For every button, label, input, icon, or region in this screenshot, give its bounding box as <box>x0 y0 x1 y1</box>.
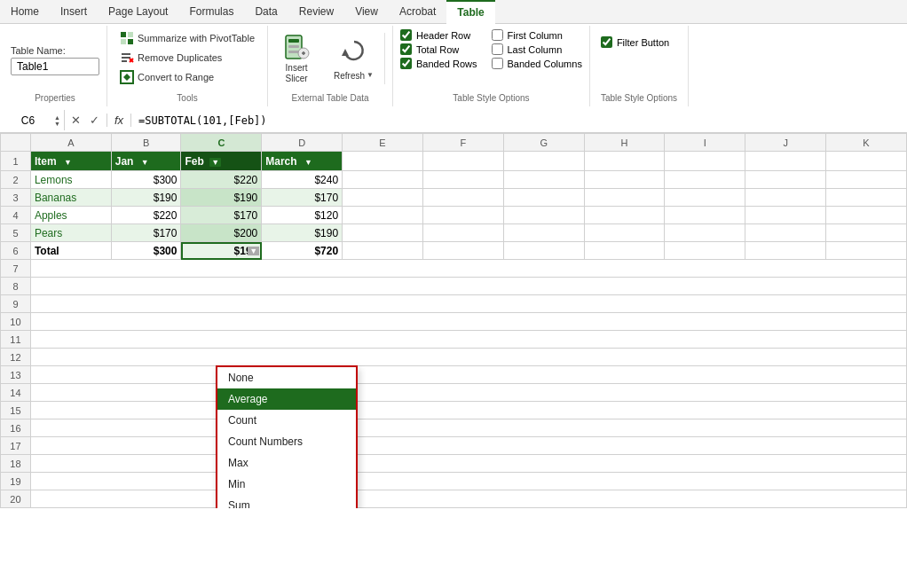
menu-item-count-numbers[interactable]: Count Numbers <box>217 431 356 452</box>
cell-d1[interactable]: March ▼ <box>262 152 343 171</box>
cell-i6[interactable] <box>665 242 745 260</box>
menu-item-sum[interactable]: Sum <box>217 495 356 508</box>
cell-f2[interactable] <box>422 171 503 189</box>
col-header-e[interactable]: E <box>343 134 423 152</box>
tab-acrobat[interactable]: Acrobat <box>389 0 446 23</box>
col-header-b[interactable]: B <box>111 134 181 152</box>
cell-i1[interactable] <box>665 152 745 171</box>
cell-e1[interactable] <box>343 152 423 171</box>
convert-to-range-button[interactable]: Convert to Range <box>114 68 260 86</box>
cell-f6[interactable] <box>422 242 503 260</box>
cell-j1[interactable] <box>745 152 826 171</box>
cell-j2[interactable] <box>745 171 826 189</box>
cell-e5[interactable] <box>343 224 423 242</box>
cell-b3[interactable]: $190 <box>111 189 181 207</box>
tab-table[interactable]: Table <box>446 0 494 24</box>
col-header-d[interactable]: D <box>262 134 343 152</box>
cell-a5[interactable]: Pears <box>30 224 111 242</box>
tab-formulas[interactable]: Formulas <box>178 0 244 23</box>
menu-item-average[interactable]: Average <box>217 388 356 410</box>
cell-ref-arrows[interactable]: ▲ ▼ <box>54 114 60 127</box>
last-column-checkbox[interactable] <box>492 43 503 55</box>
cell-b4[interactable]: $220 <box>111 207 181 224</box>
tab-page-layout[interactable]: Page Layout <box>98 0 178 23</box>
header-row-checkbox[interactable] <box>400 29 412 41</box>
col-header-f[interactable]: F <box>422 134 503 152</box>
cell-d2[interactable]: $240 <box>262 171 343 189</box>
cell-k5[interactable] <box>826 224 907 242</box>
cancel-formula-button[interactable]: ✕ <box>68 114 84 127</box>
confirm-formula-button[interactable]: ✓ <box>87 114 103 127</box>
total-row-option[interactable]: Total Row <box>400 43 477 55</box>
cell-e2[interactable] <box>343 171 423 189</box>
cell-h1[interactable] <box>584 152 665 171</box>
cell-c4[interactable]: $170 <box>181 207 262 224</box>
menu-item-max[interactable]: Max <box>217 452 356 474</box>
cell-f3[interactable] <box>422 189 503 207</box>
cell-h6[interactable] <box>584 242 665 260</box>
table-name-input[interactable] <box>11 58 99 75</box>
cell-b1[interactable]: Jan ▼ <box>111 152 181 171</box>
cell-g5[interactable] <box>503 224 584 242</box>
banded-rows-option[interactable]: Banded Rows <box>400 58 477 69</box>
cell-h4[interactable] <box>584 207 665 224</box>
cell-c2[interactable]: $220 <box>181 171 262 189</box>
cell-h5[interactable] <box>584 224 665 242</box>
col-header-j[interactable]: J <box>745 134 826 152</box>
col-header-c[interactable]: C <box>181 134 262 152</box>
cell-g4[interactable] <box>503 207 584 224</box>
col-header-a[interactable]: A <box>30 134 111 152</box>
cell-a3[interactable]: Bananas <box>30 189 111 207</box>
cell-ref-input[interactable] <box>4 114 52 127</box>
cell-j4[interactable] <box>745 207 826 224</box>
cell-f4[interactable] <box>422 207 503 224</box>
cell-k3[interactable] <box>826 189 907 207</box>
cell-h3[interactable] <box>584 189 665 207</box>
cell-b6[interactable]: $300 <box>111 242 181 260</box>
first-column-option[interactable]: First Column <box>492 29 582 41</box>
total-row-checkbox[interactable] <box>400 43 412 55</box>
filter-button-option[interactable]: Filter Button <box>601 36 677 48</box>
banded-columns-option[interactable]: Banded Columns <box>492 58 582 69</box>
cell-f5[interactable] <box>422 224 503 242</box>
cell-i5[interactable] <box>665 224 745 242</box>
tab-view[interactable]: View <box>344 0 389 23</box>
cell-b2[interactable]: $300 <box>111 171 181 189</box>
cell-j5[interactable] <box>745 224 826 242</box>
cell-i2[interactable] <box>665 171 745 189</box>
cell-a2[interactable]: Lemons <box>30 171 111 189</box>
cell-k4[interactable] <box>826 207 907 224</box>
menu-item-min[interactable]: Min <box>217 474 356 495</box>
cell-d4[interactable]: $120 <box>262 207 343 224</box>
cell-g1[interactable] <box>503 152 584 171</box>
cell-e6[interactable] <box>343 242 423 260</box>
tab-review[interactable]: Review <box>288 0 344 23</box>
summarize-pivottable-button[interactable]: Summarize with PivotTable <box>114 29 260 47</box>
cell-c5[interactable]: $200 <box>181 224 262 242</box>
last-column-option[interactable]: Last Column <box>492 43 582 55</box>
cell-i3[interactable] <box>665 189 745 207</box>
cell-d5[interactable]: $190 <box>262 224 343 242</box>
col-header-k[interactable]: K <box>826 134 907 152</box>
first-column-checkbox[interactable] <box>492 29 503 41</box>
cell-a4[interactable]: Apples <box>30 207 111 224</box>
cell-k2[interactable] <box>826 171 907 189</box>
tab-data[interactable]: Data <box>244 0 288 23</box>
cell-k1[interactable] <box>826 152 907 171</box>
banded-columns-checkbox[interactable] <box>492 58 503 69</box>
cell-i4[interactable] <box>665 207 745 224</box>
cell-d3[interactable]: $170 <box>262 189 343 207</box>
formula-input[interactable] <box>131 114 907 127</box>
cell-a1[interactable]: Item ▼ <box>30 152 111 171</box>
cell-d6[interactable]: $720 <box>262 242 343 260</box>
cell-e4[interactable] <box>343 207 423 224</box>
remove-duplicates-button[interactable]: Remove Duplicates <box>114 49 260 67</box>
tab-home[interactable]: Home <box>0 0 50 23</box>
cell-g6[interactable] <box>503 242 584 260</box>
cell-e3[interactable] <box>343 189 423 207</box>
cell-a6[interactable]: Total <box>30 242 111 260</box>
insert-slicer-button[interactable]: InsertSlicer <box>275 29 318 88</box>
col-header-g[interactable]: G <box>503 134 584 152</box>
cell-g3[interactable] <box>503 189 584 207</box>
cell-c6[interactable]: $195 ▼ <box>181 242 262 260</box>
